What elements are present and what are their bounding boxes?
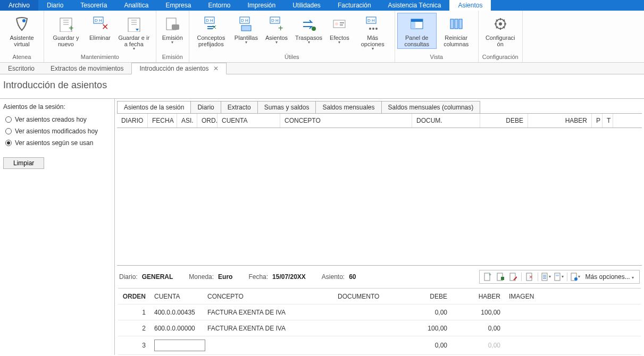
col-concepto: CONCEPTO xyxy=(203,290,333,303)
diario-label: Diario: xyxy=(119,273,138,281)
configuracion-button[interactable]: Configuración xyxy=(481,13,520,49)
grid-col-docum[interactable]: DOCUM. xyxy=(412,114,480,128)
emision-button[interactable]: Emisión▾ xyxy=(158,13,187,46)
asistente-virtual-button[interactable]: Asistente virtual xyxy=(2,13,41,49)
doc-tab-introducci-n-de-asientos[interactable]: Introducción de asientos✕ xyxy=(131,63,226,74)
ver-modificados-radio[interactable]: Ver asientos modificados hoy xyxy=(5,128,109,135)
menu-asistencia-t-cnica[interactable]: Asistencia Técnica xyxy=(380,0,450,11)
doc-edit-icon[interactable] xyxy=(507,272,519,282)
table-row[interactable]: 2600.0.0.00000FACTURA EXENTA DE IVA100,0… xyxy=(118,320,641,336)
menubar: ArchivoDiarioTesoreríaAnalíticaEmpresaEn… xyxy=(0,0,644,11)
radio-icon xyxy=(5,128,12,134)
limpiar-button[interactable]: Limpiar xyxy=(3,157,44,169)
guardar-e-ir-a-fecha-button[interactable]: Guardar e ir a fecha▾ xyxy=(114,13,154,53)
ver-segun-usan-radio[interactable]: Ver asientos según se usan xyxy=(5,139,109,147)
mas-opciones-button[interactable]: Más opciones... ▾ xyxy=(582,273,637,281)
conceptos-prefijados-button[interactable]: D HConceptos prefijados xyxy=(191,13,231,49)
grid-col-fecha[interactable]: FECHA xyxy=(148,114,177,128)
svg-text:+: + xyxy=(489,273,491,277)
cell-haber: 100,00 xyxy=(451,306,505,319)
menu-utilidades[interactable]: Utilidades xyxy=(284,0,329,11)
svg-point-19 xyxy=(335,22,338,26)
menu-impresi-n[interactable]: Impresión xyxy=(239,0,284,11)
radio-icon xyxy=(5,116,12,123)
mas-opciones-icon: D H xyxy=(363,14,382,33)
traspasos-button[interactable]: Traspasos▾ xyxy=(291,13,326,46)
cell-documento xyxy=(333,325,398,332)
menu-empresa[interactable]: Empresa xyxy=(157,0,199,11)
doc-list1-icon[interactable]: ▾ xyxy=(540,272,552,282)
grid-col-concepto[interactable]: CONCEPTO xyxy=(280,114,412,128)
plantillas-button[interactable]: D HPlantillas▾ xyxy=(231,13,262,46)
ribbon-group-configuración: Configuración xyxy=(481,53,520,62)
svg-text:D H: D H xyxy=(206,18,213,23)
asientos-icon: D H+ xyxy=(267,14,286,33)
svg-text:D H: D H xyxy=(95,18,102,23)
inner-tab-diario[interactable]: Diario xyxy=(190,101,221,113)
inner-tab-asientos-de-la-sesi-n[interactable]: Asientos de la sesión xyxy=(117,101,191,113)
inner-tab-saldos-mensuales[interactable]: Saldos mensuales xyxy=(315,101,381,113)
svg-text:×: × xyxy=(529,274,532,280)
asiento-value: 60 xyxy=(349,273,356,281)
panel-de-consultas-label: Panel de consultas xyxy=(401,35,433,47)
eliminar-button[interactable]: D H✕Eliminar xyxy=(86,13,114,43)
asientos-button[interactable]: D H+Asientos▾ xyxy=(262,13,291,46)
svg-rect-20 xyxy=(340,22,344,23)
efectos-button[interactable]: Efectos▾ xyxy=(326,13,353,46)
svg-point-17 xyxy=(312,27,316,31)
ribbon-group-atenea: Atenea xyxy=(2,53,41,62)
grid-col-debe[interactable]: DEBE xyxy=(480,114,528,128)
status-toolbar: + × ▾ ▾ ▾ Más opciones... ▾ xyxy=(479,270,640,284)
menu-entorno[interactable]: Entorno xyxy=(199,0,239,11)
grid-col-diario[interactable]: DIARIO xyxy=(117,114,148,128)
svg-text:D H: D H xyxy=(241,18,248,23)
grid-col-ord[interactable]: ORD. xyxy=(197,114,218,128)
lines-header: ORDEN CUENTA CONCEPTO DOCUMENTO DEBE HAB… xyxy=(118,289,641,304)
grid-col-cuenta[interactable]: CUENTA xyxy=(218,114,280,128)
cuenta-input[interactable] xyxy=(154,340,205,351)
ver-creados-radio[interactable]: Ver asientos creados hoy xyxy=(5,116,109,123)
panel-de-consultas-button[interactable]: Panel de consultas xyxy=(397,13,437,49)
grid-col-haber[interactable]: HABER xyxy=(528,114,592,128)
inner-tab-sumas-y-saldos[interactable]: Sumas y saldos xyxy=(257,101,316,113)
plantillas-icon: D H xyxy=(237,14,256,33)
doc-delete-icon[interactable]: × xyxy=(524,272,536,282)
inner-tab-saldos-mensuales-columnas-[interactable]: Saldos mensuales (columnas) xyxy=(381,101,481,113)
grid-col-asi[interactable]: ASI. xyxy=(177,114,197,128)
cell-documento xyxy=(333,342,398,349)
grid-col-t[interactable]: T xyxy=(603,114,613,128)
doc-add-icon[interactable] xyxy=(495,272,506,282)
doc-tab-extractos-de-movimientos[interactable]: Extractos de movimientos xyxy=(43,63,131,74)
reiniciar-columnas-button[interactable]: Reiniciar columnas xyxy=(437,13,476,49)
menu-facturaci-n[interactable]: Facturación xyxy=(329,0,380,11)
svg-rect-38 xyxy=(501,277,504,280)
inner-tab-extracto[interactable]: Extracto xyxy=(221,101,258,113)
menu-asientos[interactable]: Asientos xyxy=(449,0,491,11)
menu-archivo[interactable]: Archivo xyxy=(0,0,38,11)
lines-table: ORDEN CUENTA CONCEPTO DOCUMENTO DEBE HAB… xyxy=(118,288,641,355)
svg-rect-28 xyxy=(411,19,423,22)
menu-anal-tica[interactable]: Analítica xyxy=(115,0,157,11)
cell-haber: 0,00 xyxy=(451,321,505,335)
cell-imagen xyxy=(505,309,641,316)
col-haber: HABER xyxy=(451,290,505,303)
doc-list2-icon[interactable]: ▾ xyxy=(553,272,565,282)
mas-opciones-button[interactable]: D HMás opciones▾ xyxy=(353,13,392,53)
svg-text:D H: D H xyxy=(271,18,279,23)
moneda-value: Euro xyxy=(218,273,232,281)
svg-point-25 xyxy=(372,28,374,30)
doc-list3-icon[interactable]: ▾ xyxy=(570,272,581,282)
doc-new-icon[interactable]: + xyxy=(482,272,494,282)
close-icon[interactable]: ✕ xyxy=(213,65,219,72)
table-row[interactable]: 1400.0.0.00435FACTURA EXENTA DE IVA0,001… xyxy=(118,304,641,320)
cell-imagen xyxy=(505,342,641,349)
asiento-label: Asiento: xyxy=(322,273,345,281)
grid-col-p[interactable]: P xyxy=(592,114,603,128)
doc-tab-escritorio[interactable]: Escritorio xyxy=(0,63,43,74)
menu-tesorer-a[interactable]: Tesorería xyxy=(72,0,115,11)
menu-diario[interactable]: Diario xyxy=(38,0,72,11)
guardar-y-nuevo-button[interactable]: +Guardar y nuevo xyxy=(46,13,86,49)
table-row[interactable]: 30,000,00 xyxy=(118,336,641,355)
guardar-y-nuevo-label: Guardar y nuevo xyxy=(50,35,82,47)
configuracion-icon xyxy=(491,14,510,33)
